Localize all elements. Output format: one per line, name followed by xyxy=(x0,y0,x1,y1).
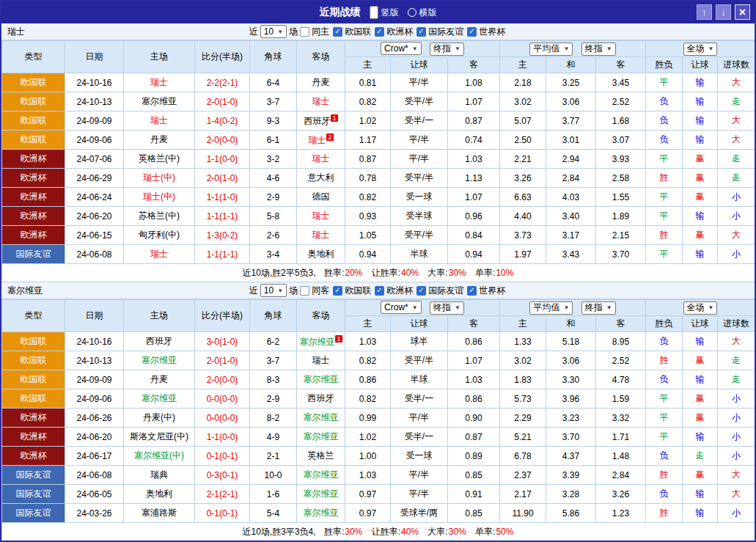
score-link[interactable]: 2-0(1-0) xyxy=(195,351,250,370)
avg-away-odds: 1.23 xyxy=(596,504,646,523)
crown-handicap: 受球半/两 xyxy=(391,504,448,523)
home-team-link[interactable]: 塞尔维亚 xyxy=(124,92,195,111)
match-date: 24-09-06 xyxy=(65,389,124,409)
result-outcome: 胜 xyxy=(646,226,683,245)
league-checkbox-worldcup[interactable] xyxy=(467,286,477,296)
close-button[interactable]: × xyxy=(735,4,750,20)
home-team-link[interactable]: 瑞士 xyxy=(124,73,195,92)
avg-source-select[interactable]: 平均值▼ xyxy=(529,43,573,56)
same-venue-checkbox[interactable] xyxy=(300,27,309,37)
away-team-link[interactable]: 瑞士2 xyxy=(297,131,345,150)
home-team-link[interactable]: 西班牙 xyxy=(124,332,195,351)
home-team-link[interactable]: 瑞士(中) xyxy=(124,188,195,207)
odds-source-select[interactable]: Crow*▼ xyxy=(381,42,422,55)
section-header: 瑞士 近 10▼ 场 同主 欧国联 欧洲杯 国际友谊 世界杯 xyxy=(1,23,755,40)
score-link[interactable]: 1-1(1-1) xyxy=(195,207,250,226)
home-team-link[interactable]: 丹麦 xyxy=(124,131,195,150)
score-link[interactable]: 1-1(0-0) xyxy=(195,150,250,169)
odds-source-select[interactable]: Crow*▼ xyxy=(381,301,422,314)
score-link[interactable]: 3-0(1-0) xyxy=(195,332,250,351)
away-team-link[interactable]: 瑞士 xyxy=(297,207,345,226)
away-team-link[interactable]: 瑞士 xyxy=(297,150,345,169)
league-type: 欧国联 xyxy=(2,332,65,351)
league-checkbox-nationsleague[interactable] xyxy=(333,27,342,37)
away-team-link[interactable]: 塞尔维亚 xyxy=(297,466,345,485)
score-link[interactable]: 2-0(1-0) xyxy=(195,92,250,111)
away-team-link[interactable]: 西班牙1 xyxy=(297,111,345,131)
league-checkbox-friendly[interactable] xyxy=(416,27,426,37)
crown-home-odds: 0.93 xyxy=(345,207,391,226)
home-team-link[interactable]: 斯洛文尼亚(中) xyxy=(124,428,195,447)
league-checkbox-friendly[interactable] xyxy=(416,286,426,296)
away-team-link[interactable]: 瑞士 xyxy=(297,351,345,370)
corners: 6-1 xyxy=(250,131,297,150)
scroll-up-button[interactable]: ↑ xyxy=(697,4,712,20)
away-team-link[interactable]: 塞尔维亚1 xyxy=(297,332,345,351)
score-link[interactable]: 2-2(2-1) xyxy=(195,73,250,92)
home-team-link[interactable]: 丹麦 xyxy=(124,370,195,389)
avg-time-select[interactable]: 终指▼ xyxy=(581,301,616,315)
away-team-link[interactable]: 瑞士 xyxy=(297,226,345,245)
home-team-link[interactable]: 塞尔维亚 xyxy=(124,351,195,370)
score-link[interactable]: 0-0(0-0) xyxy=(195,409,250,428)
away-team-link[interactable]: 意大利 xyxy=(297,169,345,188)
avg-home-odds: 1.33 xyxy=(500,332,546,351)
avg-source-select[interactable]: 平均值▼ xyxy=(529,301,573,315)
home-team-link[interactable]: 塞尔维亚(中) xyxy=(124,447,195,466)
score-link[interactable]: 1-1(0-0) xyxy=(195,428,250,447)
layout-option-vertical[interactable]: 竖版 xyxy=(370,6,399,19)
corners: 8-3 xyxy=(250,370,297,389)
away-team-link[interactable]: 塞尔维亚 xyxy=(297,428,345,447)
layout-option-horizontal[interactable]: 横版 xyxy=(408,7,437,19)
away-team-link[interactable]: 塞尔维亚 xyxy=(297,409,345,428)
score-link[interactable]: 1-1(1-1) xyxy=(195,245,250,264)
away-team-link[interactable]: 英格兰 xyxy=(297,447,345,466)
score-link[interactable]: 0-1(0-1) xyxy=(195,447,250,466)
away-team-link[interactable]: 塞尔维亚 xyxy=(297,370,345,389)
home-team-link[interactable]: 瑞典 xyxy=(124,466,195,485)
score-link[interactable]: 2-1(2-1) xyxy=(195,485,250,504)
league-checkbox-worldcup[interactable] xyxy=(467,27,477,37)
score-link[interactable]: 0-1(0-1) xyxy=(195,504,250,523)
home-team-link[interactable]: 匈牙利(中) xyxy=(124,226,195,245)
result-handicap: 输 xyxy=(683,73,718,92)
avg-time-select[interactable]: 终指▼ xyxy=(581,43,616,56)
period-select[interactable]: 全场▼ xyxy=(683,301,718,315)
away-team-link[interactable]: 西班牙 xyxy=(297,389,345,409)
home-team-link[interactable]: 瑞士 xyxy=(124,111,195,131)
score-link[interactable]: 0-0(0-0) xyxy=(195,389,250,409)
league-checkbox-nationsleague[interactable] xyxy=(333,286,342,296)
score-link[interactable]: 1-3(0-2) xyxy=(195,226,250,245)
home-team-link[interactable]: 瑞士 xyxy=(124,245,195,264)
score-link[interactable]: 2-0(0-0) xyxy=(195,370,250,389)
same-venue-checkbox[interactable] xyxy=(300,286,309,296)
home-team-link[interactable]: 塞浦路斯 xyxy=(124,504,195,523)
odds-time-select[interactable]: 终指▼ xyxy=(430,43,464,56)
league-checkbox-euro[interactable] xyxy=(375,286,384,296)
home-team-link[interactable]: 塞尔维亚 xyxy=(124,389,195,409)
score-link[interactable]: 1-4(0-2) xyxy=(195,111,250,131)
home-team-link[interactable]: 瑞士(中) xyxy=(124,169,195,188)
away-team-link[interactable]: 德国 xyxy=(297,188,345,207)
home-team-link[interactable]: 丹麦(中) xyxy=(124,409,195,428)
home-team-link[interactable]: 奥地利 xyxy=(124,485,195,504)
away-team-link[interactable]: 瑞士 xyxy=(297,92,345,111)
home-team-link[interactable]: 英格兰(中) xyxy=(124,150,195,169)
away-team-link[interactable]: 塞尔维亚 xyxy=(297,504,345,523)
score-link[interactable]: 2-0(0-0) xyxy=(195,131,250,150)
score-link[interactable]: 0-3(0-1) xyxy=(195,466,250,485)
score-link[interactable]: 1-1(1-0) xyxy=(195,188,250,207)
period-select[interactable]: 全场▼ xyxy=(683,43,718,56)
away-team-link[interactable]: 塞尔维亚 xyxy=(297,485,345,504)
away-team-link[interactable]: 奥地利 xyxy=(297,245,345,264)
match-count-select[interactable]: 10▼ xyxy=(260,25,287,38)
corners: 5-8 xyxy=(250,207,297,226)
scroll-down-button[interactable]: ↓ xyxy=(716,4,731,20)
match-count-select[interactable]: 10▼ xyxy=(260,284,287,297)
league-checkbox-euro[interactable] xyxy=(375,27,384,37)
away-team-link[interactable]: 丹麦 xyxy=(297,73,345,92)
home-team-link[interactable]: 苏格兰(中) xyxy=(124,207,195,226)
odds-time-select[interactable]: 终指▼ xyxy=(430,301,464,315)
score-link[interactable]: 2-0(1-0) xyxy=(195,169,250,188)
crown-away-odds: 0.87 xyxy=(448,111,500,131)
